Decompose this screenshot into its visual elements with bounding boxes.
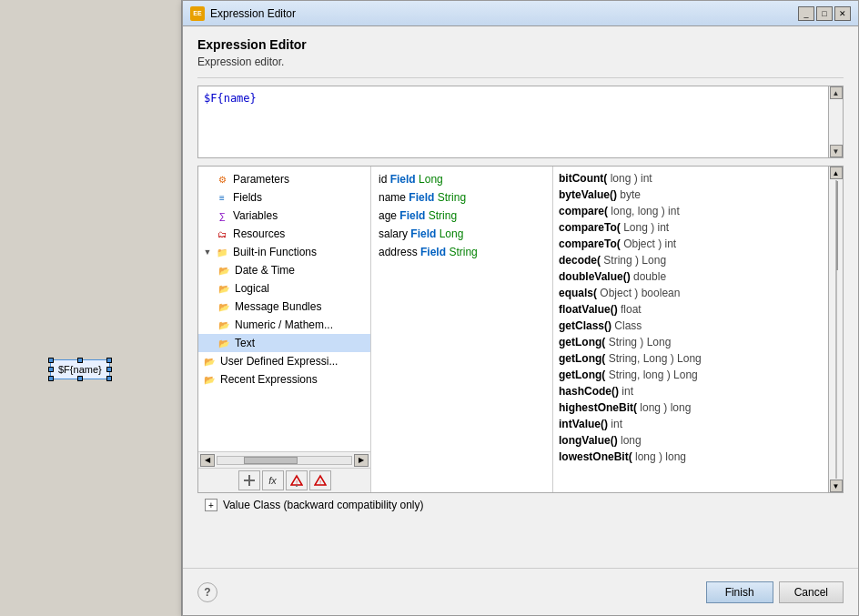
canvas-area: $F{name}: [0, 0, 182, 616]
hscroll-right[interactable]: ▶: [354, 454, 369, 467]
panels-container: ⚙ Parameters ≡ Fields ∑ Variables: [197, 166, 844, 493]
func-getclass[interactable]: getClass() Class: [553, 318, 828, 334]
func-equals[interactable]: equals( Object ) boolean: [553, 285, 828, 301]
func-lowestonebit[interactable]: lowestOneBit( long ) long: [553, 449, 828, 465]
func-hashcode[interactable]: hashCode() int: [553, 383, 828, 399]
finish-button[interactable]: Finish: [706, 581, 773, 603]
user-defined-folder-icon: 📂: [202, 354, 217, 369]
text-label: Text: [235, 337, 255, 349]
toolbar-add-btn[interactable]: [238, 470, 260, 490]
resources-icon: 🗂: [215, 227, 229, 241]
func-getlong-string[interactable]: getLong( String ) Long: [553, 334, 828, 350]
func-intvalue[interactable]: intValue() int: [553, 416, 828, 432]
tree-toolbar: fx ! !: [198, 468, 370, 492]
resize-handle-ml[interactable]: [48, 367, 54, 372]
field-item-name[interactable]: name Field String: [371, 188, 552, 207]
divider: [197, 77, 844, 78]
user-defined-label: User Defined Expressi...: [220, 355, 338, 368]
vscroll-track: [835, 180, 837, 479]
tree-item-message-bundles[interactable]: 📂 Message Bundles: [198, 298, 370, 316]
hscroll-track: [217, 456, 352, 465]
resize-handle-bm[interactable]: [77, 376, 83, 381]
dialog-title: Expression Editor: [210, 7, 798, 20]
func-bytevalue[interactable]: byteValue() byte: [553, 187, 828, 203]
panel-tree: ⚙ Parameters ≡ Fields ∑ Variables: [198, 167, 371, 492]
params-icon: ⚙: [215, 172, 229, 187]
toolbar-warn-down-btn[interactable]: !: [286, 470, 308, 490]
tree-item-fields[interactable]: ≡ Fields: [198, 188, 370, 207]
expr-scrollbar: ▲ ▼: [828, 86, 843, 157]
close-button[interactable]: ✕: [834, 6, 851, 21]
cancel-button[interactable]: Cancel: [779, 581, 844, 603]
resize-handle-tl[interactable]: [48, 358, 54, 363]
expand-fields: [202, 192, 213, 203]
field-item-salary[interactable]: salary Field Long: [371, 225, 552, 243]
resize-handle-mr[interactable]: [106, 367, 112, 372]
resize-handle-tm[interactable]: [77, 358, 83, 363]
func-highestonebit[interactable]: highestOneBit( long ) long: [553, 399, 828, 416]
func-getlong-string-long[interactable]: getLong( String, long ) Long: [553, 367, 828, 383]
datetime-label: Date & Time: [235, 264, 295, 277]
scroll-down-arrow[interactable]: ▼: [830, 145, 843, 157]
func-bitcount[interactable]: bitCount( long ) int: [553, 170, 828, 187]
value-class-section[interactable]: + Value Class (backward compatibility on…: [197, 493, 844, 517]
vscroll-down[interactable]: ▼: [830, 480, 843, 492]
tree-item-logical[interactable]: 📂 Logical: [198, 279, 370, 298]
scroll-up-arrow[interactable]: ▲: [830, 86, 843, 99]
tree-item-resources[interactable]: 🗂 Resources: [198, 225, 370, 243]
panel-fields: id Field Long name Field String age Fiel…: [371, 167, 553, 492]
value-class-expand-icon[interactable]: +: [205, 499, 217, 511]
numeric-folder-icon: 📂: [217, 318, 231, 332]
func-floatvalue[interactable]: floatValue() float: [553, 301, 828, 318]
variables-label: Variables: [233, 209, 278, 222]
dialog-content: Expression Editor Expression editor. $F{…: [183, 26, 858, 528]
func-longvalue[interactable]: longValue() long: [553, 432, 828, 449]
tree-item-datetime[interactable]: 📂 Date & Time: [198, 261, 370, 279]
toolbar-warn-up-btn[interactable]: !: [309, 470, 331, 490]
tree-content: ⚙ Parameters ≡ Fields ∑ Variables: [198, 167, 370, 451]
svg-text:!: !: [296, 480, 298, 485]
hscroll-left[interactable]: ◀: [200, 454, 215, 467]
tree-item-text[interactable]: 📂 Text: [198, 334, 370, 352]
builtin-label: Built-in Functions: [233, 246, 317, 258]
func-compareto-long[interactable]: compareTo( Long ) int: [553, 219, 828, 236]
tree-item-numeric[interactable]: 📂 Numeric / Mathem...: [198, 316, 370, 334]
toolbar-function-btn[interactable]: fx: [262, 470, 284, 490]
field-item-address[interactable]: address Field String: [371, 243, 552, 261]
resize-handle-br[interactable]: [106, 376, 112, 381]
tree-hscroll: ◀ ▶: [198, 451, 370, 468]
params-label: Parameters: [233, 173, 289, 186]
func-doublevalue[interactable]: doubleValue() double: [553, 268, 828, 285]
tree-item-variables[interactable]: ∑ Variables: [198, 207, 370, 225]
message-label: Message Bundles: [235, 300, 321, 313]
dialog-footer: ? Finish Cancel: [183, 568, 858, 615]
tree-item-user-defined[interactable]: 📂 User Defined Expressi...: [198, 352, 370, 370]
numeric-label: Numeric / Mathem...: [235, 318, 333, 331]
canvas-element-label: $F{name}: [58, 364, 102, 375]
help-button[interactable]: ?: [197, 582, 217, 602]
logical-label: Logical: [235, 282, 269, 295]
resize-handle-tr[interactable]: [106, 358, 112, 363]
dialog-icon: EE: [190, 6, 205, 21]
tree-item-parameters[interactable]: ⚙ Parameters: [198, 170, 370, 188]
func-decode[interactable]: decode( String ) Long: [553, 252, 828, 268]
svg-text:!: !: [319, 480, 321, 485]
tree-item-recent[interactable]: 📂 Recent Expressions: [198, 370, 370, 389]
tree-item-builtin[interactable]: ▼ 📁 Built-in Functions: [198, 243, 370, 261]
expand-builtin[interactable]: ▼: [202, 247, 213, 258]
expression-input[interactable]: $F{name}: [198, 86, 828, 157]
field-item-id[interactable]: id Field Long: [371, 170, 552, 188]
titlebar-buttons: _ □ ✕: [798, 6, 851, 21]
field-item-age[interactable]: age Field String: [371, 207, 552, 225]
func-compare[interactable]: compare( long, long ) int: [553, 203, 828, 219]
func-compareto-object[interactable]: compareTo( Object ) int: [553, 236, 828, 252]
expression-editor-dialog: EE Expression Editor _ □ ✕ Expression Ed…: [182, 0, 859, 616]
vscroll-up[interactable]: ▲: [830, 167, 843, 179]
func-getlong-string-long-cap[interactable]: getLong( String, Long ) Long: [553, 350, 828, 367]
minimize-button[interactable]: _: [798, 6, 814, 21]
resize-handle-bl[interactable]: [48, 376, 54, 381]
hscroll-thumb: [244, 457, 298, 464]
maximize-button[interactable]: □: [816, 6, 833, 21]
fields-icon: ≡: [215, 190, 229, 205]
vars-icon: ∑: [215, 208, 229, 223]
